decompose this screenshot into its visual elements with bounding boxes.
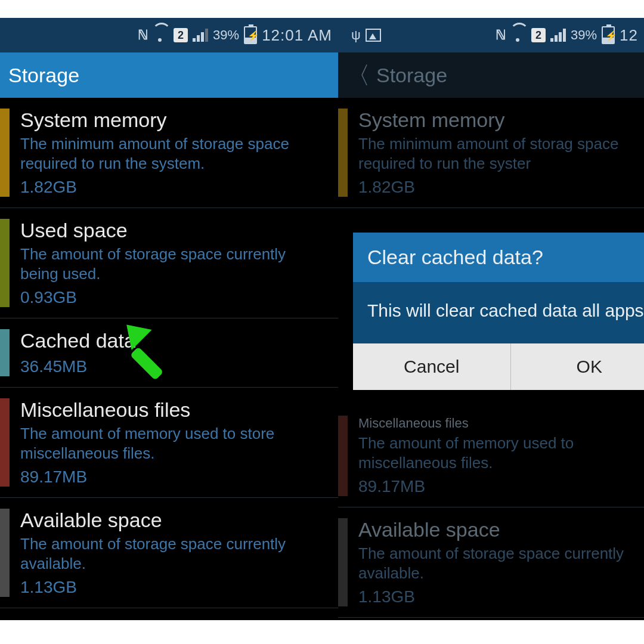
row-title: Available space xyxy=(20,509,327,532)
row-cached-data[interactable]: Cached data 36.45MB xyxy=(0,318,338,388)
color-swatch xyxy=(338,416,348,496)
color-swatch xyxy=(0,398,10,487)
row-size: 89.17MB xyxy=(20,467,327,487)
screen-title: Storage xyxy=(0,52,338,98)
phone-right: ψ ℕ 2 39% ⚡ 12 〈 Storage System memory T… xyxy=(338,18,644,620)
clock: 12:01 AM xyxy=(262,26,332,45)
row-size: 1.82GB xyxy=(20,178,327,197)
battery-percent: 39% xyxy=(571,27,597,43)
color-swatch xyxy=(0,329,10,376)
battery-icon: ⚡ xyxy=(602,26,615,44)
row-available-space: Available space The amount of storage sp… xyxy=(338,507,644,618)
color-swatch xyxy=(338,109,348,197)
row-title: Miscellaneous files xyxy=(358,416,633,431)
row-desc: The amount of memory used to miscellaneo… xyxy=(358,434,633,472)
title-text: Storage xyxy=(8,64,79,87)
row-misc-files[interactable]: Miscellaneous files The amount of memory… xyxy=(0,388,338,498)
wifi-icon xyxy=(152,29,169,42)
sim-badge: 2 xyxy=(531,28,546,42)
row-title: System memory xyxy=(20,109,327,132)
phone-left: ℕ 2 39% ⚡ 12:01 AM Storage System memory… xyxy=(0,18,338,620)
cancel-button[interactable]: Cancel xyxy=(353,343,510,390)
row-system-memory[interactable]: System memory The minimum amount of stor… xyxy=(0,98,338,208)
dialog-title: Clear cached data? xyxy=(353,233,644,282)
signal-icon xyxy=(193,29,208,42)
clock: 12 xyxy=(620,26,638,45)
screen-title[interactable]: 〈 Storage xyxy=(338,52,644,98)
row-used-space[interactable]: Used space The amount of storage space c… xyxy=(0,208,338,318)
row-title: Cached data xyxy=(20,329,135,352)
row-desc: The minimum amount of storag space requi… xyxy=(358,134,633,173)
back-icon[interactable]: 〈 xyxy=(346,59,370,92)
title-text: Storage xyxy=(376,64,447,87)
battery-icon: ⚡ xyxy=(244,26,257,44)
status-bar: ψ ℕ 2 39% ⚡ 12 xyxy=(338,18,644,52)
color-swatch xyxy=(0,509,10,597)
row-system-memory: System memory The minimum amount of stor… xyxy=(338,98,644,208)
row-title: Miscellaneous files xyxy=(20,398,327,422)
row-size: 0.93GB xyxy=(20,288,327,307)
row-desc: The amount of storage space currently av… xyxy=(20,534,327,573)
nfc-icon: ℕ xyxy=(138,27,147,43)
row-desc: The minimum amount of storage space requ… xyxy=(20,134,327,173)
dialog-message: This will clear cached data all apps. xyxy=(353,282,644,343)
sim-badge: 2 xyxy=(174,28,188,42)
status-bar: ℕ 2 39% ⚡ 12:01 AM xyxy=(0,18,338,52)
wifi-icon xyxy=(510,29,527,42)
row-desc: The amount of storage space currently av… xyxy=(358,544,633,583)
clear-cache-dialog: Clear cached data? This will clear cache… xyxy=(353,233,644,390)
storage-list: System memory The minimum amount of stor… xyxy=(0,98,338,608)
usb-icon: ψ xyxy=(351,27,361,43)
color-swatch xyxy=(0,219,10,307)
image-icon xyxy=(366,29,381,42)
row-title: Used space xyxy=(20,219,327,242)
color-swatch xyxy=(0,109,10,197)
nfc-icon: ℕ xyxy=(496,27,505,43)
row-desc: The amount of memory used to store misce… xyxy=(20,424,327,463)
row-misc-files: Miscellaneous files The amount of memory… xyxy=(338,405,644,507)
battery-percent: 39% xyxy=(213,27,239,43)
row-size: 89.17MB xyxy=(358,477,633,496)
row-desc: The amount of storage space currently be… xyxy=(20,244,327,283)
color-swatch xyxy=(338,518,348,606)
row-title: Available space xyxy=(358,518,633,541)
row-title: System memory xyxy=(358,109,633,132)
row-size: 36.45MB xyxy=(20,357,135,376)
row-size: 1.13GB xyxy=(358,587,633,606)
row-size: 1.13GB xyxy=(20,578,327,597)
row-available-space[interactable]: Available space The amount of storage sp… xyxy=(0,498,338,608)
signal-icon xyxy=(550,29,566,42)
ok-button[interactable]: OK xyxy=(511,343,645,390)
row-size: 1.82GB xyxy=(358,178,633,197)
